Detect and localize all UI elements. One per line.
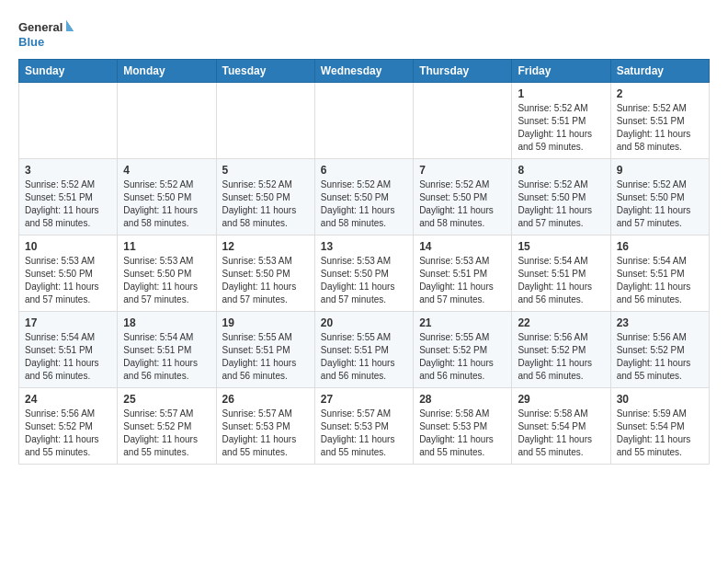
day-number: 25 — [123, 393, 210, 406]
day-number: 13 — [321, 240, 407, 253]
calendar-cell: 26Sunrise: 5:57 AM Sunset: 5:53 PM Dayli… — [216, 388, 314, 465]
calendar-cell: 3Sunrise: 5:52 AM Sunset: 5:51 PM Daylig… — [19, 159, 118, 236]
day-info: Sunrise: 5:52 AM Sunset: 5:51 PM Dayligh… — [518, 102, 604, 154]
day-number: 19 — [222, 316, 309, 329]
calendar-cell — [314, 83, 413, 159]
calendar-table: SundayMondayTuesdayWednesdayThursdayFrid… — [18, 59, 710, 465]
calendar-cell: 19Sunrise: 5:55 AM Sunset: 5:51 PM Dayli… — [216, 312, 314, 388]
day-info: Sunrise: 5:59 AM Sunset: 5:54 PM Dayligh… — [617, 408, 703, 459]
day-info: Sunrise: 5:54 AM Sunset: 5:51 PM Dayligh… — [25, 331, 111, 383]
day-info: Sunrise: 5:54 AM Sunset: 5:51 PM Dayligh… — [617, 255, 703, 306]
day-info: Sunrise: 5:56 AM Sunset: 5:52 PM Dayligh… — [518, 331, 604, 383]
logo-svg: General Blue — [18, 18, 74, 52]
day-info: Sunrise: 5:55 AM Sunset: 5:52 PM Dayligh… — [419, 331, 506, 383]
weekday-header-monday: Monday — [118, 60, 216, 83]
day-number: 16 — [617, 240, 703, 253]
weekday-header-saturday: Saturday — [610, 60, 709, 83]
svg-text:General: General — [18, 20, 63, 34]
day-number: 20 — [321, 316, 407, 329]
calendar-cell: 21Sunrise: 5:55 AM Sunset: 5:52 PM Dayli… — [414, 312, 512, 388]
day-number: 18 — [123, 316, 210, 329]
weekday-header-sunday: Sunday — [19, 60, 118, 83]
calendar-cell: 30Sunrise: 5:59 AM Sunset: 5:54 PM Dayli… — [610, 388, 709, 465]
calendar-cell: 2Sunrise: 5:52 AM Sunset: 5:51 PM Daylig… — [610, 83, 709, 159]
calendar-cell: 27Sunrise: 5:57 AM Sunset: 5:53 PM Dayli… — [314, 388, 413, 465]
day-number: 6 — [321, 164, 407, 177]
weekday-header-thursday: Thursday — [414, 60, 512, 83]
calendar-cell: 11Sunrise: 5:53 AM Sunset: 5:50 PM Dayli… — [118, 236, 216, 312]
weekday-header-friday: Friday — [512, 60, 610, 83]
day-info: Sunrise: 5:56 AM Sunset: 5:52 PM Dayligh… — [25, 408, 111, 459]
day-number: 23 — [617, 316, 703, 329]
day-number: 28 — [419, 393, 506, 406]
header: General Blue — [18, 15, 710, 52]
calendar-cell: 25Sunrise: 5:57 AM Sunset: 5:52 PM Dayli… — [118, 388, 216, 465]
svg-marker-3 — [66, 20, 74, 31]
svg-text:Blue: Blue — [18, 35, 44, 49]
day-number: 9 — [617, 164, 703, 177]
day-number: 11 — [123, 240, 210, 253]
day-number: 26 — [222, 393, 309, 406]
day-number: 21 — [419, 316, 506, 329]
day-info: Sunrise: 5:54 AM Sunset: 5:51 PM Dayligh… — [123, 331, 210, 383]
calendar-cell: 29Sunrise: 5:58 AM Sunset: 5:54 PM Dayli… — [512, 388, 610, 465]
calendar-cell: 14Sunrise: 5:53 AM Sunset: 5:51 PM Dayli… — [414, 236, 512, 312]
calendar-cell: 8Sunrise: 5:52 AM Sunset: 5:50 PM Daylig… — [512, 159, 610, 236]
day-info: Sunrise: 5:52 AM Sunset: 5:51 PM Dayligh… — [617, 102, 703, 154]
day-number: 24 — [25, 393, 111, 406]
day-info: Sunrise: 5:57 AM Sunset: 5:52 PM Dayligh… — [123, 408, 210, 459]
day-number: 30 — [617, 393, 703, 406]
day-number: 27 — [321, 393, 407, 406]
calendar-cell: 12Sunrise: 5:53 AM Sunset: 5:50 PM Dayli… — [216, 236, 314, 312]
calendar-cell: 4Sunrise: 5:52 AM Sunset: 5:50 PM Daylig… — [118, 159, 216, 236]
day-info: Sunrise: 5:53 AM Sunset: 5:50 PM Dayligh… — [321, 255, 407, 306]
calendar-cell — [216, 83, 314, 159]
day-info: Sunrise: 5:56 AM Sunset: 5:52 PM Dayligh… — [617, 331, 703, 383]
day-info: Sunrise: 5:57 AM Sunset: 5:53 PM Dayligh… — [321, 408, 407, 459]
calendar-cell: 10Sunrise: 5:53 AM Sunset: 5:50 PM Dayli… — [19, 236, 118, 312]
day-info: Sunrise: 5:58 AM Sunset: 5:54 PM Dayligh… — [518, 408, 604, 459]
calendar-cell: 22Sunrise: 5:56 AM Sunset: 5:52 PM Dayli… — [512, 312, 610, 388]
calendar-cell: 5Sunrise: 5:52 AM Sunset: 5:50 PM Daylig… — [216, 159, 314, 236]
calendar-cell — [118, 83, 216, 159]
calendar-cell: 28Sunrise: 5:58 AM Sunset: 5:53 PM Dayli… — [414, 388, 512, 465]
day-number: 15 — [518, 240, 604, 253]
day-number: 14 — [419, 240, 506, 253]
calendar-cell: 6Sunrise: 5:52 AM Sunset: 5:50 PM Daylig… — [314, 159, 413, 236]
calendar-cell: 18Sunrise: 5:54 AM Sunset: 5:51 PM Dayli… — [118, 312, 216, 388]
calendar-cell — [19, 83, 118, 159]
weekday-header-wednesday: Wednesday — [314, 60, 413, 83]
day-info: Sunrise: 5:54 AM Sunset: 5:51 PM Dayligh… — [518, 255, 604, 306]
calendar-cell: 7Sunrise: 5:52 AM Sunset: 5:50 PM Daylig… — [414, 159, 512, 236]
calendar-cell — [414, 83, 512, 159]
day-info: Sunrise: 5:52 AM Sunset: 5:50 PM Dayligh… — [518, 178, 604, 230]
calendar-cell: 20Sunrise: 5:55 AM Sunset: 5:51 PM Dayli… — [314, 312, 413, 388]
week-row-2: 3Sunrise: 5:52 AM Sunset: 5:51 PM Daylig… — [19, 159, 710, 236]
calendar-cell: 23Sunrise: 5:56 AM Sunset: 5:52 PM Dayli… — [610, 312, 709, 388]
day-number: 3 — [25, 164, 111, 177]
day-number: 1 — [518, 87, 604, 100]
day-info: Sunrise: 5:52 AM Sunset: 5:50 PM Dayligh… — [222, 178, 309, 230]
day-info: Sunrise: 5:52 AM Sunset: 5:50 PM Dayligh… — [617, 178, 703, 230]
calendar-cell: 9Sunrise: 5:52 AM Sunset: 5:50 PM Daylig… — [610, 159, 709, 236]
page: General Blue SundayMondayTuesdayWednesda… — [0, 0, 728, 479]
day-info: Sunrise: 5:57 AM Sunset: 5:53 PM Dayligh… — [222, 408, 309, 459]
day-number: 8 — [518, 164, 604, 177]
week-row-5: 24Sunrise: 5:56 AM Sunset: 5:52 PM Dayli… — [19, 388, 710, 465]
calendar-cell: 17Sunrise: 5:54 AM Sunset: 5:51 PM Dayli… — [19, 312, 118, 388]
logo: General Blue — [18, 18, 74, 52]
day-number: 7 — [419, 164, 506, 177]
calendar-cell: 24Sunrise: 5:56 AM Sunset: 5:52 PM Dayli… — [19, 388, 118, 465]
calendar-cell: 13Sunrise: 5:53 AM Sunset: 5:50 PM Dayli… — [314, 236, 413, 312]
week-row-3: 10Sunrise: 5:53 AM Sunset: 5:50 PM Dayli… — [19, 236, 710, 312]
day-info: Sunrise: 5:53 AM Sunset: 5:51 PM Dayligh… — [419, 255, 506, 306]
calendar-cell: 16Sunrise: 5:54 AM Sunset: 5:51 PM Dayli… — [610, 236, 709, 312]
week-row-4: 17Sunrise: 5:54 AM Sunset: 5:51 PM Dayli… — [19, 312, 710, 388]
day-info: Sunrise: 5:55 AM Sunset: 5:51 PM Dayligh… — [321, 331, 407, 383]
day-number: 10 — [25, 240, 111, 253]
day-info: Sunrise: 5:53 AM Sunset: 5:50 PM Dayligh… — [222, 255, 309, 306]
day-number: 4 — [123, 164, 210, 177]
day-info: Sunrise: 5:58 AM Sunset: 5:53 PM Dayligh… — [419, 408, 506, 459]
day-number: 2 — [617, 87, 703, 100]
weekday-header-row: SundayMondayTuesdayWednesdayThursdayFrid… — [19, 60, 710, 83]
